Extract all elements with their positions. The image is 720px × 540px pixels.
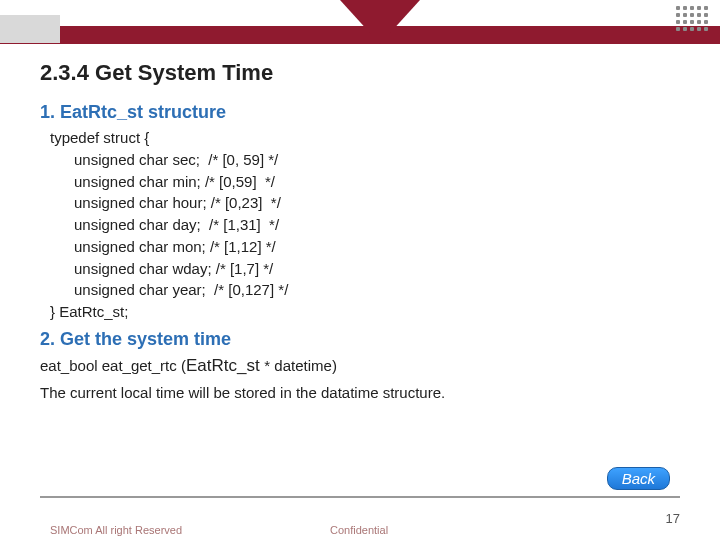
footer-confidential: Confidential (330, 524, 388, 536)
page-number: 17 (666, 511, 680, 526)
code-line: unsigned char hour; /* [0,23] */ (50, 192, 680, 214)
code-line: unsigned char day; /* [1,31] */ (50, 214, 680, 236)
code-line: typedef struct { (50, 127, 680, 149)
dot-grid-icon (676, 6, 708, 31)
code-line: unsigned char year; /* [0,127] */ (50, 279, 680, 301)
header-chevron (340, 0, 420, 44)
section2-desc: The current local time will be stored in… (40, 382, 680, 403)
function-signature: eat_bool eat_get_rtc (EatRtc_st * dateti… (40, 356, 680, 376)
code-line: unsigned char sec; /* [0, 59] */ (50, 149, 680, 171)
page-title: 2.3.4 Get System Time (40, 60, 680, 86)
footer-divider (40, 496, 680, 498)
code-line: unsigned char mon; /* [1,12] */ (50, 236, 680, 258)
section2-heading: 2. Get the system time (40, 329, 680, 350)
footer-copyright: SIMCom All right Reserved (50, 524, 182, 536)
sig-suffix: * datetime) (264, 357, 337, 374)
sig-prefix: eat_bool eat_get_rtc ( (40, 357, 186, 374)
sig-type: EatRtc_st (186, 356, 264, 375)
code-line: unsigned char wday; /* [1,7] */ (50, 258, 680, 280)
struct-code: typedef struct { unsigned char sec; /* [… (50, 127, 680, 323)
header-left-block (0, 15, 60, 43)
content-area: 2.3.4 Get System Time 1. EatRtc_st struc… (40, 60, 680, 403)
code-line: unsigned char min; /* [0,59] */ (50, 171, 680, 193)
section1-heading: 1. EatRtc_st structure (40, 102, 680, 123)
back-button[interactable]: Back (607, 467, 670, 490)
code-line: } EatRtc_st; (50, 301, 680, 323)
